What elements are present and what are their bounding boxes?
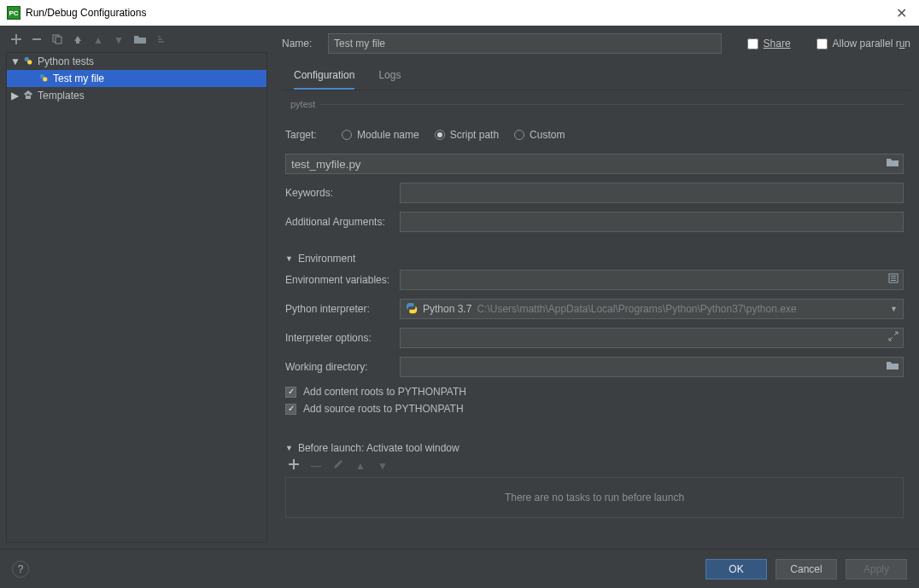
add-content-roots-checkbox[interactable]: Add content roots to PYTHONPATH (285, 386, 904, 398)
add-source-roots-checkbox[interactable]: Add source roots to PYTHONPATH (285, 403, 904, 415)
expand-icon: ▼ (10, 55, 19, 67)
move-up-button[interactable]: ▲ (93, 34, 103, 46)
tab-logs[interactable]: Logs (378, 64, 401, 90)
radio-label: Module name (357, 129, 419, 141)
svg-point-6 (43, 77, 47, 81)
before-launch-empty-text: There are no tasks to run before launch (505, 492, 684, 504)
keywords-label: Keywords: (285, 187, 391, 199)
radio-label: Script path (450, 129, 499, 141)
pytest-section: pytest Target: Module name Script path C… (285, 99, 904, 241)
checkbox-icon (285, 404, 296, 415)
apply-button[interactable]: Apply (846, 559, 907, 579)
config-editor-panel: Name: Share Allow parallel run Configura… (273, 26, 919, 549)
env-vars-label: Environment variables: (285, 274, 391, 286)
python-interpreter-select[interactable]: Python 3.7 C:\Users\matth\AppData\Local\… (400, 299, 904, 319)
chevron-down-icon: ▼ (890, 305, 898, 313)
window-title: Run/Debug Configurations (26, 7, 146, 19)
folder-button[interactable] (134, 34, 146, 47)
move-task-up-button[interactable]: ▲ (355, 460, 366, 472)
chevron-down-icon: ▼ (285, 444, 293, 452)
additional-args-input[interactable] (400, 212, 904, 232)
target-label: Target: (285, 129, 326, 141)
env-vars-input[interactable] (400, 270, 904, 290)
expand-icon: ▶ (10, 90, 19, 102)
python-logo-icon (406, 302, 418, 317)
remove-config-button[interactable] (32, 34, 42, 47)
interpreter-options-label: Interpreter options: (285, 332, 391, 344)
add-task-button[interactable] (289, 459, 299, 472)
browse-folder-icon[interactable] (887, 360, 899, 373)
environment-legend: Environment (298, 253, 355, 265)
tree-group-label: Templates (38, 90, 85, 102)
radio-label: Custom (530, 129, 565, 141)
share-checkbox[interactable]: Share (747, 38, 791, 49)
title-bar: PC Run/Debug Configurations ✕ (0, 0, 919, 26)
working-dir-label: Working directory: (285, 361, 391, 373)
allow-parallel-run-checkbox[interactable]: Allow parallel run (817, 38, 910, 49)
tree-item-test-my-file[interactable]: Test my file (7, 70, 266, 87)
environment-collapser[interactable]: ▼ Environment (285, 253, 904, 265)
edit-defaults-button[interactable] (73, 34, 83, 47)
before-launch-task-list: There are no tasks to run before launch (285, 477, 904, 518)
templates-icon (22, 89, 34, 103)
cancel-button[interactable]: Cancel (776, 559, 837, 579)
tree-group-python-tests[interactable]: ▼ Python tests (7, 53, 266, 70)
window-close-button[interactable]: ✕ (891, 5, 912, 21)
tab-configuration[interactable]: Configuration (294, 64, 354, 90)
additional-args-label: Additional Arguments: (285, 216, 391, 228)
add-source-roots-label: Add source roots to PYTHONPATH (303, 403, 464, 415)
before-launch-legend: Before launch: Activate tool window (298, 442, 460, 454)
target-custom-radio[interactable]: Custom (514, 129, 565, 141)
before-launch-collapser[interactable]: ▼ Before launch: Activate tool window (285, 442, 904, 454)
copy-config-button[interactable] (52, 34, 62, 47)
env-vars-list-icon[interactable] (888, 273, 899, 286)
svg-rect-11 (891, 280, 896, 281)
dialog-footer: ? OK Cancel Apply (0, 549, 919, 588)
interpreter-name: Python 3.7 (423, 303, 471, 315)
interpreter-label: Python interpreter: (285, 303, 391, 315)
browse-folder-icon[interactable] (887, 157, 899, 170)
checkbox-icon (285, 387, 296, 398)
sort-button[interactable] (156, 34, 167, 47)
chevron-down-icon: ▼ (285, 254, 293, 263)
keywords-input[interactable] (400, 183, 904, 203)
config-tree-toolbar: ▲ ▼ (6, 32, 267, 52)
config-name-input[interactable] (328, 33, 722, 54)
working-dir-input[interactable] (400, 357, 904, 377)
target-module-name-radio[interactable]: Module name (342, 129, 419, 141)
share-label: Share (764, 38, 791, 49)
name-label: Name: (282, 38, 319, 49)
editor-tabs: Configuration Logs (282, 64, 910, 90)
python-tests-icon (22, 55, 34, 69)
add-config-button[interactable] (11, 34, 21, 47)
svg-rect-2 (56, 37, 61, 44)
move-down-button[interactable]: ▼ (114, 34, 124, 46)
tree-group-label: Python tests (38, 55, 94, 67)
remove-task-button[interactable]: — (311, 460, 321, 472)
expand-field-icon[interactable] (888, 331, 899, 344)
help-button[interactable]: ? (12, 561, 29, 578)
svg-rect-0 (32, 38, 41, 40)
pycharm-app-icon: PC (7, 6, 20, 20)
pytest-legend: pytest (285, 99, 320, 109)
ok-button[interactable]: OK (705, 559, 767, 579)
left-panel: ▲ ▼ ▼ Python tests Test my file (0, 26, 273, 549)
add-content-roots-label: Add content roots to PYTHONPATH (303, 386, 466, 398)
interpreter-path: C:\Users\matth\AppData\Local\Programs\Py… (477, 303, 796, 315)
config-scroll-area[interactable]: pytest Target: Module name Script path C… (282, 94, 916, 549)
tree-item-label: Test my file (53, 73, 104, 84)
svg-rect-10 (891, 278, 896, 279)
tree-group-templates[interactable]: ▶ Templates (7, 87, 266, 104)
svg-point-4 (27, 60, 32, 64)
before-launch-toolbar: — ▲ ▼ (282, 459, 907, 472)
target-script-path-radio[interactable]: Script path (435, 129, 499, 141)
svg-rect-7 (26, 96, 31, 99)
script-path-input[interactable] (285, 154, 904, 174)
interpreter-options-input[interactable] (400, 328, 904, 348)
move-task-down-button[interactable]: ▼ (378, 460, 388, 472)
svg-rect-9 (891, 276, 896, 277)
edit-task-button[interactable] (333, 459, 343, 472)
allow-parallel-run-label: Allow parallel run (833, 38, 910, 49)
python-test-icon (38, 72, 50, 86)
config-tree[interactable]: ▼ Python tests Test my file ▶ Templates (6, 52, 267, 543)
